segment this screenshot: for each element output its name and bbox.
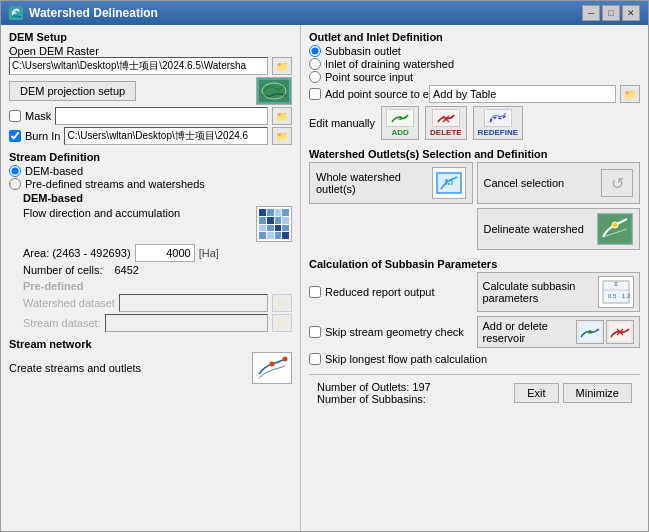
skip-longest-row: Skip longest flow path calculation [309,352,473,366]
mask-browse-btn[interactable]: 📁 [272,107,292,125]
stream-dataset-label: Stream dataset: [23,317,101,329]
cancel-selection-btn[interactable]: Cancel selection ↺ [477,162,641,204]
redefine-outlet-btn[interactable]: REDEFINE [473,106,523,140]
predef-section-label: Pre-defined [23,280,292,292]
skip-stream-row: Skip stream geometry check [309,316,473,348]
add-delete-reservoir-btn[interactable]: Add or delete reservoir + [477,316,641,348]
svg-text:+: + [398,115,401,121]
svg-text:≡: ≡ [614,281,618,287]
inlet-draining-label: Inlet of draining watershed [325,58,454,70]
close-window-btn[interactable]: ✕ [622,5,640,21]
point-source-label: Point source input [325,71,413,83]
point-source-radio[interactable] [309,71,321,83]
minimize-btn[interactable]: Minimize [563,383,632,403]
stream-network-section: Stream network Create streams and outlet… [9,338,292,384]
outlets-count: Number of Outlets: 197 [317,381,431,393]
whole-watershed-label: Whole watershed outlet(s) [316,171,432,195]
svg-rect-11 [486,110,510,126]
watershed-dataset-label: Watershed dataset [23,297,115,309]
stream-dataset-browse-btn[interactable]: 📁 [272,314,292,332]
delineate-watershed-label: Delineate watershed [484,223,584,235]
mask-input[interactable] [55,107,268,125]
inlet-draining-radio[interactable] [309,58,321,70]
area-input[interactable] [135,244,195,262]
burn-in-checkbox[interactable] [9,130,21,142]
burn-in-browse-btn[interactable]: 📁 [272,127,292,145]
delete-outlet-btn[interactable]: DELETE [425,106,467,140]
reservoir-icons: + [576,320,634,344]
stream-dataset-input[interactable] [105,314,268,332]
calc-section: Calculation of Subbasin Parameters Reduc… [309,258,640,370]
open-dem-label: Open DEM Raster [9,45,292,57]
burn-in-input[interactable] [64,127,268,145]
calc-title: Calculation of Subbasin Parameters [309,258,640,270]
mask-label: Mask [25,110,51,122]
calc-subbasin-label: Calculate subbasin parameters [483,280,599,304]
watershed-selection-section: Watershed Outlets(s) Selection and Defin… [309,148,640,254]
skip-longest-checkbox[interactable] [309,353,321,365]
dem-based-label: DEM-based [25,165,83,177]
svg-point-16 [612,222,618,228]
outlet-title: Outlet and Inlet Definition [309,31,640,43]
predef-radio[interactable] [9,178,21,190]
area-unit: [Ha] [199,247,219,259]
dem-projection-icon [256,77,292,105]
dem-based-radio[interactable] [9,165,21,177]
reduced-report-label: Reduced report output [325,285,415,299]
delineate-watershed-icon [597,213,633,245]
watershed-dataset-input[interactable] [119,294,268,312]
whole-watershed-icon [432,167,466,199]
delete-reservoir-icon [606,320,634,344]
restore-window-btn[interactable]: □ [602,5,620,21]
dem-projection-btn[interactable]: DEM projection setup [9,81,136,101]
dem-path-input[interactable] [9,57,268,75]
stream-def-title: Stream Definition [9,151,292,163]
delineate-watershed-btn[interactable]: Delineate watershed [477,208,641,250]
title-bar: 🌊 Watershed Delineation ─ □ ✕ [1,1,648,25]
undo-icon: ↺ [601,169,633,197]
add-delete-reservoir-label: Add or delete reservoir [483,320,577,344]
status-buttons: Exit Minimize [514,383,632,403]
skip-stream-checkbox[interactable] [309,326,321,338]
predef-label: Pre-defined streams and watersheds [25,178,205,190]
dem-browse-btn[interactable]: 📁 [272,57,292,75]
dem-setup-title: DEM Setup [9,31,292,43]
svg-text:0.5: 0.5 [608,293,617,299]
skip-stream-label: Skip stream geometry check [325,325,415,339]
predef-subsection: Pre-defined Watershed dataset 📁 Stream d… [23,280,292,332]
main-window: 🌊 Watershed Delineation ─ □ ✕ DEM Setup … [0,0,649,532]
reduced-report-checkbox[interactable] [309,286,321,298]
dem-based-subsection: DEM-based Flow direction and accumulatio… [23,192,292,276]
add-btn-label: ADD [391,128,408,137]
subbasins-count: Number of Subbasins: [317,393,431,405]
dem-based-sub-label: DEM-based [23,192,292,204]
calc-subbasin-btn[interactable]: Calculate subbasin parameters ≡ 0.5 1.2 [477,272,641,312]
redefine-btn-label: REDEFINE [478,128,518,137]
cells-label: Number of cells: [23,264,102,276]
window-controls: ─ □ ✕ [582,5,640,21]
redefine-outlet-icon [484,109,512,127]
flow-direction-label: Flow direction and accumulation [23,206,153,220]
add-by-table-input[interactable] [429,85,616,103]
exit-btn[interactable]: Exit [514,383,558,403]
add-point-source-checkbox[interactable] [309,88,321,100]
minimize-window-btn[interactable]: ─ [582,5,600,21]
watershed-dataset-browse-btn[interactable]: 📁 [272,294,292,312]
mask-checkbox[interactable] [9,110,21,122]
watershed-selection-title: Watershed Outlets(s) Selection and Defin… [309,148,640,160]
create-streams-icon [252,352,292,384]
left-panel: DEM Setup Open DEM Raster 📁 DEM projecti… [1,25,301,531]
svg-point-3 [270,362,275,367]
subbasin-outlet-radio[interactable] [309,45,321,57]
calc-subbasin-icon: ≡ 0.5 1.2 [598,276,634,308]
delete-outlet-icon [432,109,460,127]
whole-watershed-btn[interactable]: Whole watershed outlet(s) [309,162,473,204]
add-outlet-icon: + [386,109,414,127]
right-panel: Outlet and Inlet Definition Subbasin out… [301,25,648,531]
cells-value: 6452 [114,264,138,276]
add-outlet-btn[interactable]: + ADD [381,106,419,140]
add-by-table-browse-btn[interactable]: 📁 [620,85,640,103]
reduced-report-row: Reduced report output [309,272,473,312]
add-point-source-label: Add point source to each subbasin [325,87,425,101]
svg-text:1.2: 1.2 [622,293,631,299]
